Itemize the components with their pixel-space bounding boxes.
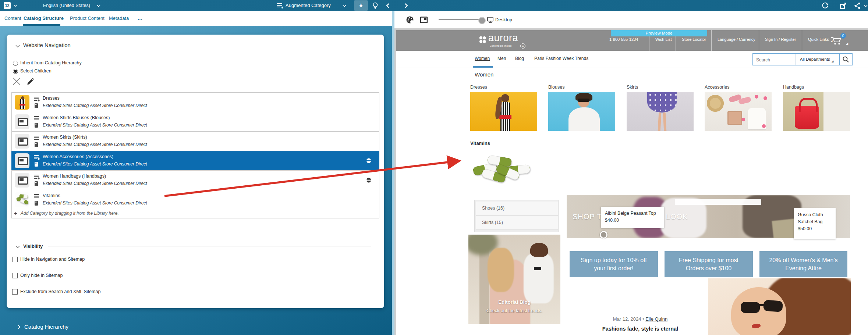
context-selector[interactable]: Augmented Category bbox=[286, 0, 331, 11]
nav-item-women[interactable]: Women bbox=[475, 56, 490, 61]
chevron-down-icon[interactable] bbox=[13, 4, 18, 7]
photo-decor bbox=[524, 254, 554, 303]
photo-decor bbox=[755, 95, 758, 99]
promo-text: 20% off Women's & Men's Evening Attire bbox=[766, 256, 841, 272]
search-input[interactable] bbox=[755, 56, 794, 64]
facet-skirts[interactable]: Skirts (15) bbox=[476, 216, 558, 230]
device-width-slider-knob[interactable] bbox=[478, 17, 486, 24]
category-row-accessories-selected[interactable]: Women Accessories (Accessories) Extended… bbox=[11, 151, 379, 171]
hotspot-tooltip-peasant-top[interactable]: Albini Beige Peasant Top $40.00 bbox=[601, 207, 664, 228]
nav-item-paris-fashion-week[interactable]: Paris Fashion Week Trends bbox=[534, 56, 588, 61]
chevron-down-icon[interactable] bbox=[342, 4, 347, 7]
facet-label: Shoes (16) bbox=[482, 206, 504, 211]
refresh-icon[interactable] bbox=[821, 2, 829, 10]
promo-signup-discount[interactable]: Sign up today for 10% off your first ord… bbox=[570, 251, 658, 277]
category-row-blouses[interactable]: Women Shirts Blouses (Blouses) Extended … bbox=[11, 112, 379, 132]
share-icon[interactable] bbox=[854, 2, 861, 10]
search-submit-button[interactable] bbox=[839, 54, 852, 65]
promo-evening-attire[interactable]: 20% off Women's & Men's Evening Attire bbox=[759, 251, 847, 277]
desktop-monitor-icon bbox=[487, 17, 494, 23]
edit-pencil-icon[interactable] bbox=[26, 77, 35, 86]
favorites-star-button[interactable]: ★ bbox=[354, 0, 368, 11]
promo-free-shipping[interactable]: Free Shipping for most Orders over $100 bbox=[665, 251, 753, 277]
header-language-currency-link[interactable]: Language / Currency bbox=[711, 30, 755, 51]
caret-icon: ◢ bbox=[832, 60, 833, 63]
device-width-slider-track[interactable] bbox=[439, 19, 481, 20]
tile-label-dresses[interactable]: Dresses bbox=[470, 85, 487, 90]
hotspot-tooltip-satchel-bag[interactable]: Gusso Cloth Satchel Bag $50.00 bbox=[794, 208, 836, 239]
product-hotspot-marker[interactable] bbox=[600, 231, 607, 239]
tab-content[interactable]: Content bbox=[4, 11, 21, 26]
photo-decor bbox=[727, 111, 742, 125]
department-dropdown[interactable]: All Departments bbox=[800, 57, 830, 61]
tab-product-content[interactable]: Product Content bbox=[70, 11, 104, 26]
collapse-chevron-icon[interactable] bbox=[15, 245, 20, 249]
app-badge-label: 12 bbox=[5, 3, 9, 8]
add-category-dropzone[interactable]: + Add Category by dragging it from the L… bbox=[11, 209, 379, 218]
chevron-down-icon[interactable] bbox=[96, 4, 101, 7]
catalog-book-icon bbox=[34, 142, 39, 147]
dresses-tile-image[interactable] bbox=[470, 92, 537, 131]
radio-select-children[interactable] bbox=[13, 69, 18, 74]
chevron-left-icon[interactable] bbox=[386, 3, 390, 8]
collapse-chevron-icon[interactable] bbox=[15, 44, 20, 48]
remove-icon[interactable] bbox=[12, 77, 21, 86]
checkbox-exclude-search-xml[interactable] bbox=[12, 289, 18, 295]
checkbox-only-hide-sitemap[interactable] bbox=[12, 273, 18, 278]
photo-decor bbox=[658, 113, 662, 131]
category-name: Women Accessories (Accessories) bbox=[43, 154, 113, 159]
category-thumbnail bbox=[15, 134, 29, 149]
handbags-tile-image[interactable] bbox=[783, 92, 850, 131]
top-toolbar: 12 English (United States) ✳ Augmented C… bbox=[0, 0, 868, 11]
add-category-hint: Add Category by dragging it from the Lib… bbox=[21, 211, 119, 216]
category-thumbnail bbox=[15, 192, 29, 207]
accessories-tile-image[interactable] bbox=[705, 92, 772, 131]
tile-label-skirts[interactable]: Skirts bbox=[627, 85, 638, 90]
tile-label-handbags[interactable]: Handbags bbox=[783, 85, 804, 90]
nav-active-indicator bbox=[473, 66, 493, 68]
category-row-dresses[interactable]: Dresses Extended Sites Catalog Asset Sto… bbox=[11, 92, 379, 112]
tab-catalog-structure[interactable]: Catalog Structure bbox=[24, 11, 64, 26]
storefront-navbar: Women Men Blog Paris Fashion Week Trends… bbox=[396, 51, 868, 68]
radio-inherit[interactable] bbox=[13, 61, 18, 66]
catalog-hierarchy-expander[interactable]: Catalog Hierarchy bbox=[24, 324, 68, 330]
tab-overflow-menu[interactable]: ... bbox=[138, 11, 143, 26]
nav-item-men[interactable]: Men bbox=[497, 56, 506, 61]
category-list-icon bbox=[34, 135, 40, 140]
photo-decor bbox=[578, 99, 589, 102]
pane-splitter[interactable] bbox=[392, 11, 394, 335]
layout-frame-icon[interactable] bbox=[420, 16, 428, 24]
nav-item-blog[interactable]: Blog bbox=[515, 56, 524, 61]
photo-decor bbox=[568, 107, 600, 131]
expand-chevron-right-icon[interactable] bbox=[17, 324, 21, 329]
tab-metadata[interactable]: Metadata bbox=[109, 11, 129, 26]
header-quick-links[interactable]: Quick Links bbox=[802, 30, 829, 51]
article-author-link[interactable]: Elle Quinn bbox=[645, 316, 667, 322]
category-row-vitamins[interactable]: Vitamins Extended Sites Catalog Asset St… bbox=[11, 190, 379, 210]
theme-palette-icon[interactable] bbox=[406, 16, 414, 24]
catalog-book-icon bbox=[34, 161, 39, 167]
lightbulb-icon[interactable] bbox=[372, 2, 378, 10]
category-list-icon bbox=[34, 116, 40, 121]
hotspot-product-price: $40.00 bbox=[605, 217, 660, 224]
facet-shoes[interactable]: Shoes (16) bbox=[476, 202, 558, 215]
tile-label-blouses[interactable]: Blouses bbox=[548, 85, 564, 90]
editorial-blog-card[interactable]: Editorial Blog Check out the latest tren… bbox=[468, 235, 560, 324]
chevron-down-icon[interactable] bbox=[864, 4, 868, 7]
blouses-tile-image[interactable] bbox=[548, 92, 615, 131]
search-divider bbox=[796, 54, 796, 65]
category-row-skirts[interactable]: Women Skirts (Skirts) Extended Sites Cat… bbox=[11, 131, 379, 151]
facet-panel: Shoes (16) Skirts (15) bbox=[474, 200, 559, 232]
tile-label-accessories[interactable]: Accessories bbox=[705, 85, 729, 90]
app-menu-button[interactable]: 12 bbox=[4, 2, 11, 9]
vitamins-tile-image[interactable] bbox=[472, 152, 538, 186]
checkbox-hide-nav-sitemap[interactable] bbox=[12, 257, 18, 262]
header-signin-register-link[interactable]: Sign In / Register bbox=[759, 30, 796, 51]
category-row-handbags[interactable]: Women Handbags (Handbags) Extended Sites… bbox=[11, 170, 379, 190]
chevron-right-icon[interactable] bbox=[404, 3, 408, 8]
store-logo-text[interactable]: aurora bbox=[488, 32, 518, 44]
skirts-tile-image[interactable] bbox=[627, 92, 694, 131]
language-selector[interactable]: English (United States) bbox=[43, 0, 90, 11]
article-title-link[interactable]: Fashions fade, style is eternal bbox=[574, 326, 706, 332]
open-in-new-window-icon[interactable] bbox=[840, 2, 847, 9]
